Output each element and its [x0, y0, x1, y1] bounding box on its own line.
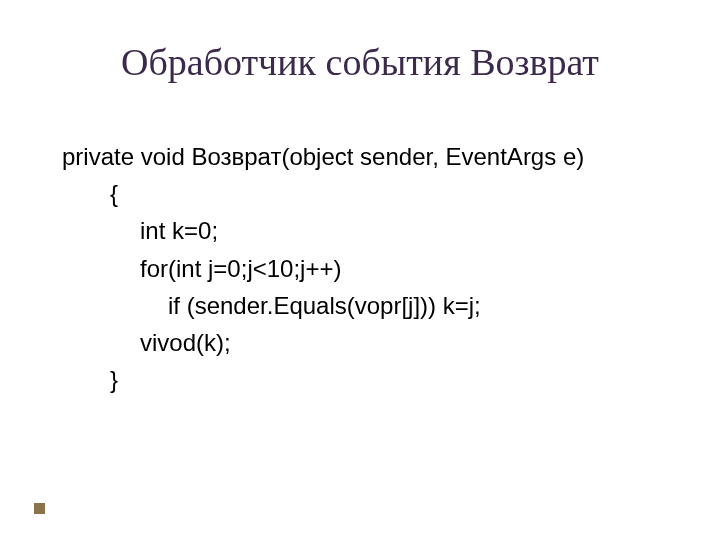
code-line: vivod(k); — [62, 324, 680, 361]
code-line: for(int j=0;j<10;j++) — [62, 250, 680, 287]
slide-title: Обработчик события Возврат — [0, 40, 720, 84]
code-line: if (sender.Equals(vopr[j])) k=j; — [62, 287, 680, 324]
code-line: int k=0; — [62, 212, 680, 249]
slide: Обработчик события Возврат private void … — [0, 0, 720, 540]
code-line: { — [62, 175, 680, 212]
slide-bullet-icon — [34, 503, 45, 514]
code-line: } — [62, 361, 680, 398]
code-line: private void Возврат(object sender, Even… — [62, 138, 680, 175]
code-block: private void Возврат(object sender, Even… — [62, 138, 680, 398]
